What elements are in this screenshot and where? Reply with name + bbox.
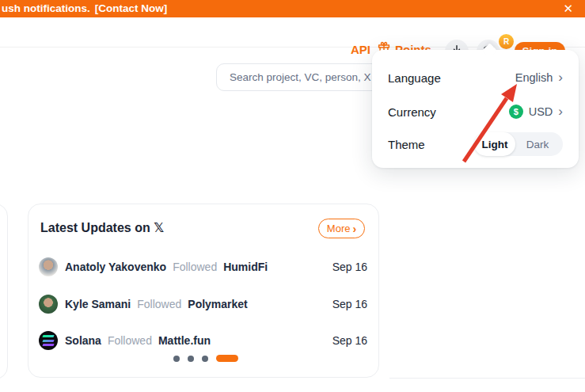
feed-row[interactable]: Anatoly Yakovenko Followed HumidFi Sep 1…	[39, 257, 367, 276]
adjacent-card-partial	[0, 204, 8, 379]
date-label: Sep 16	[332, 298, 367, 310]
language-label: Language	[388, 71, 441, 85]
chevron-right-icon: ›	[352, 223, 356, 234]
project-name[interactable]: Mattle.fun	[158, 334, 211, 347]
action-label: Followed	[137, 298, 181, 310]
avatar	[39, 257, 58, 276]
banner-contact-link[interactable]: [Contact Now]	[95, 2, 168, 14]
feed-row[interactable]: Kyle Samani Followed Polymarket Sep 16	[39, 295, 367, 314]
latest-updates-card: Latest Updates on 𝕏 More › Anatoly Yakov…	[28, 204, 379, 378]
banner-message: ush notifications.	[2, 2, 90, 14]
carousel-dot-active[interactable]	[216, 355, 238, 362]
promo-banner: ush notifications.[Contact Now] ✕	[0, 0, 585, 17]
action-label: Followed	[108, 334, 152, 347]
nav-api-link[interactable]: API	[351, 43, 370, 56]
currency-value: USD	[529, 105, 553, 118]
language-select[interactable]: English ›	[515, 71, 563, 85]
avatar-badge[interactable]: R	[497, 32, 515, 51]
theme-option-dark[interactable]: Dark	[515, 132, 560, 156]
close-icon[interactable]: ✕	[563, 0, 573, 17]
carousel-dot[interactable]	[188, 356, 194, 362]
feed-row[interactable]: Solana Followed Mattle.fun Sep 16	[39, 331, 367, 350]
currency-label: Currency	[388, 105, 436, 119]
theme-toggle[interactable]: Light Dark	[474, 132, 563, 156]
dollar-icon: $	[509, 105, 523, 119]
theme-label: Theme	[388, 138, 425, 151]
section-divider	[389, 378, 585, 379]
project-name[interactable]: Polymarket	[188, 298, 247, 310]
more-button-label: More	[327, 223, 351, 234]
more-button[interactable]: More ›	[318, 219, 365, 238]
date-label: Sep 16	[332, 261, 367, 273]
carousel-pagination	[173, 355, 238, 362]
person-name[interactable]: Solana	[65, 334, 101, 347]
chevron-right-icon: ›	[558, 105, 563, 118]
date-label: Sep 16	[332, 334, 367, 347]
avatar	[39, 295, 58, 314]
theme-row: Theme Light Dark	[372, 132, 579, 156]
carousel-dot[interactable]	[173, 356, 180, 362]
action-label: Followed	[173, 261, 217, 273]
currency-row: Currency $ USD ›	[372, 100, 579, 124]
language-value: English	[515, 71, 553, 84]
person-name[interactable]: Kyle Samani	[65, 298, 131, 310]
carousel-dot[interactable]	[202, 356, 208, 362]
chevron-right-icon: ›	[558, 70, 563, 84]
settings-dropdown-panel: Language English › Currency $ USD › Them…	[372, 50, 579, 168]
project-name[interactable]: HumidFi	[223, 261, 268, 273]
currency-select[interactable]: $ USD ›	[509, 105, 563, 119]
top-navbar: API Points R Sign in	[0, 17, 585, 48]
solana-logo-avatar	[39, 331, 58, 350]
card-title: Latest Updates on 𝕏	[40, 220, 164, 235]
person-name[interactable]: Anatoly Yakovenko	[65, 261, 166, 273]
language-row: Language English ›	[372, 66, 579, 89]
theme-option-light[interactable]: Light	[474, 132, 515, 156]
